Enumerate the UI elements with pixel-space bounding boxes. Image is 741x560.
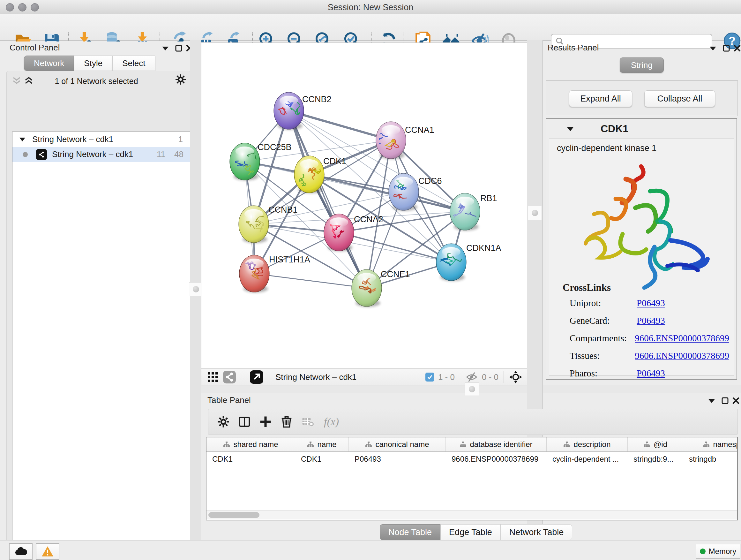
- control-panel: Control Panel NetworkStyleSelectSets 1 o…: [3, 42, 190, 533]
- gene-description: cyclin-dependent kinase 1: [549, 139, 734, 153]
- warnings-button[interactable]: [36, 543, 59, 560]
- network-list: String Network – cdk1 1 String Network –…: [12, 132, 190, 560]
- table-panel-title: Table Panel: [207, 395, 251, 405]
- results-actions-box: Expand All Collapse All: [546, 80, 738, 116]
- crosslink-row: GeneCard:P06493: [569, 315, 729, 326]
- column-header-description[interactable]: description: [547, 437, 628, 451]
- gene-name: CDK1: [601, 123, 628, 135]
- gene-section: CDK1 cyclin-dependent kinase 1: [546, 118, 737, 380]
- gene-section-header[interactable]: CDK1: [546, 119, 737, 138]
- float-window-icon[interactable]: [721, 44, 732, 53]
- table-options-gear-icon[interactable]: [213, 411, 234, 432]
- tab-network-table[interactable]: Network Table: [501, 524, 572, 540]
- table-panel: Table Panel f(x) shared namenamecanonica…: [201, 393, 741, 540]
- table-cell[interactable]: stringdb: [683, 452, 738, 466]
- scrollbar-thumb[interactable]: [208, 512, 259, 518]
- node-CCNE1[interactable]: CCNE1: [352, 269, 410, 307]
- node-table: shared namenamecanonical namedatabase id…: [206, 437, 738, 520]
- network-selection-status: 1 of 1 Network selected: [3, 77, 190, 86]
- column-header-shared-name[interactable]: shared name: [206, 437, 295, 451]
- table-horizontal-scrollbar[interactable]: [206, 510, 737, 519]
- selected-checkbox-icon[interactable]: [425, 373, 434, 381]
- tab-node-table[interactable]: Node Table: [380, 524, 441, 540]
- network-canvas[interactable]: CCNB2CCNA1CDC25BCDK1CDC6RB1CCNB1CCNA2CDK…: [201, 43, 527, 369]
- tab-style[interactable]: Style: [74, 56, 112, 71]
- crosslink-link[interactable]: P06493: [636, 298, 665, 308]
- column-header-namespace[interactable]: namespace: [683, 437, 738, 451]
- crosslink-row: Tissues:9606.ENSP00000378699: [569, 351, 729, 361]
- toolbar-divider: [243, 371, 243, 383]
- collapse-all-button[interactable]: Collapse All: [644, 90, 715, 107]
- table-cell[interactable]: cyclin-dependent ...: [547, 452, 628, 466]
- node-CDC25B[interactable]: CDC25B: [230, 142, 292, 180]
- right-splitter-handle[interactable]: [528, 206, 542, 220]
- node-CDK1[interactable]: CDK1: [294, 156, 346, 193]
- control-panel-title: Control Panel: [10, 43, 60, 53]
- tab-select[interactable]: Select: [112, 56, 155, 71]
- crosslink-link[interactable]: 9606.ENSP00000378699: [635, 351, 729, 361]
- crosslink-link[interactable]: 9606.ENSP00000378699: [635, 333, 729, 344]
- network-tree-row-selected[interactable]: String Network – cdk1 11 48: [12, 147, 190, 162]
- column-header--id[interactable]: @id: [628, 437, 683, 451]
- toolbar-divider: [270, 371, 270, 383]
- expand-all-button[interactable]: Expand All: [569, 90, 632, 107]
- thumbnail-grid-icon[interactable]: [205, 367, 221, 388]
- table-cell[interactable]: P06493: [349, 452, 446, 466]
- node-label-CCNE1: CCNE1: [381, 269, 410, 279]
- edge-HIST1H1A-CCNE1[interactable]: [254, 273, 367, 288]
- node-label-CCNA1: CCNA1: [405, 125, 434, 135]
- column-header-name[interactable]: name: [295, 437, 349, 451]
- current-network-bullet-icon: [23, 152, 28, 157]
- crosslink-link[interactable]: P06493: [636, 368, 665, 379]
- node-CCNB1[interactable]: CCNB1: [239, 205, 298, 243]
- tab-network[interactable]: Network: [24, 56, 74, 71]
- network-tree-root-row[interactable]: String Network – cdk1 1: [12, 132, 190, 147]
- network-options-gear-icon[interactable]: [175, 75, 186, 84]
- float-menu-icon[interactable]: [159, 44, 171, 53]
- crosslink-label: Pharos:: [569, 368, 636, 379]
- add-column-icon[interactable]: [255, 411, 276, 432]
- node-RB1[interactable]: RB1: [450, 193, 497, 231]
- table-cell[interactable]: CDK1: [295, 452, 349, 466]
- node-label-CCNB2: CCNB2: [302, 95, 332, 104]
- node-label-CDC25B: CDC25B: [258, 142, 292, 152]
- center-view-crosshair-icon[interactable]: [509, 370, 522, 384]
- show-columns-icon[interactable]: [234, 411, 255, 432]
- table-cell[interactable]: CDK1: [206, 452, 295, 466]
- delete-table-icon-disabled: [297, 411, 318, 432]
- memory-label: Memory: [709, 547, 737, 556]
- float-menu-icon[interactable]: [706, 396, 718, 406]
- tab-edge-table[interactable]: Edge Table: [441, 524, 501, 540]
- network-name-label: String Network – cdk1: [52, 149, 133, 159]
- float-window-icon[interactable]: [719, 396, 731, 406]
- left-splitter[interactable]: [190, 40, 201, 540]
- crosslink-link[interactable]: P06493: [636, 315, 665, 326]
- status-bar: Memory: [0, 540, 741, 560]
- hidden-eye-slash-icon[interactable]: [465, 372, 478, 382]
- table-cell[interactable]: stringdb:9...: [628, 452, 683, 466]
- network-overview-icon[interactable]: [221, 367, 238, 388]
- tree-collapse-icon[interactable]: [19, 137, 25, 141]
- network-view-title: String Network – cdk1: [275, 372, 356, 382]
- node-CDKN1A[interactable]: CDKN1A: [436, 243, 501, 281]
- section-collapse-icon[interactable]: [567, 126, 574, 131]
- network-collection-label: String Network – cdk1: [32, 134, 113, 144]
- node-HIST1H1A[interactable]: HIST1H1A: [239, 255, 310, 293]
- float-menu-icon[interactable]: [707, 44, 719, 53]
- protein-structure-image: [575, 161, 712, 298]
- memory-button[interactable]: Memory: [696, 544, 740, 559]
- toolbar-divider: [460, 371, 460, 383]
- column-header-database-identifier[interactable]: database identifier: [446, 437, 547, 451]
- tab-string[interactable]: String: [620, 57, 664, 73]
- close-panel-icon[interactable]: [731, 44, 741, 53]
- table-cell[interactable]: 9606.ENSP00000378699: [446, 452, 547, 466]
- float-window-icon[interactable]: [173, 44, 185, 53]
- table-body: CDK1CDK1P064939606.ENSP00000378699cyclin…: [206, 452, 737, 466]
- delete-column-icon[interactable]: [276, 411, 297, 432]
- cloud-button[interactable]: [9, 543, 32, 560]
- column-header-canonical-name[interactable]: canonical name: [349, 437, 446, 451]
- detach-view-icon[interactable]: [248, 367, 265, 388]
- close-panel-icon[interactable]: [730, 396, 741, 406]
- network-graph[interactable]: CCNB2CCNA1CDC25BCDK1CDC6RB1CCNB1CCNA2CDK…: [201, 43, 527, 368]
- table-row[interactable]: CDK1CDK1P064939606.ENSP00000378699cyclin…: [206, 452, 737, 466]
